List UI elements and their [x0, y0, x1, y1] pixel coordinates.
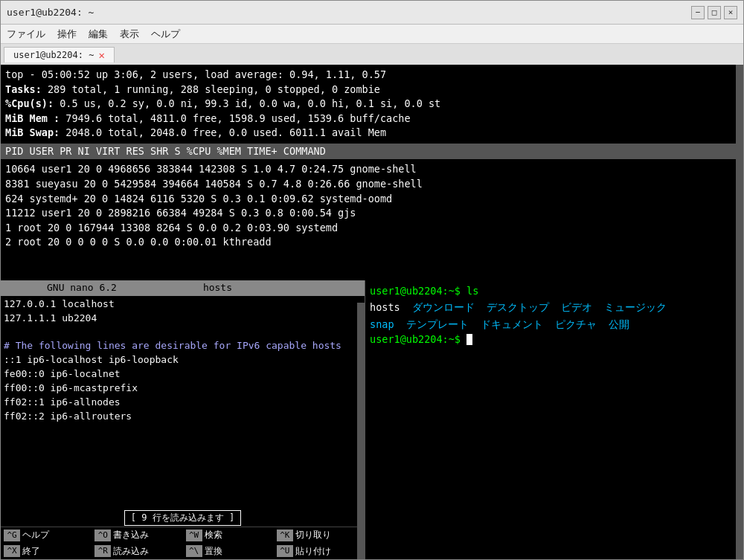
tab-close-button[interactable]: ✕	[98, 49, 104, 61]
top-line2: Tasks: 289 total, 1 running, 288 sleepin…	[5, 83, 739, 97]
nano-key-search: ^W 検索	[183, 527, 274, 543]
nano-status: [ 9 行を読み込みます ]	[1, 509, 365, 527]
top-pane: top - 05:00:52 up 3:06, 2 users, load av…	[1, 65, 743, 280]
nano-content: 127.0.0.1 localhost 127.1.1.1 ub2204 # T…	[1, 296, 365, 509]
nano-line-3: # The following lines are desirable for …	[4, 339, 362, 353]
nano-status-msg: [ 9 行を読み込みます ]	[124, 510, 241, 526]
nano-key-write: ^O 書き込み	[92, 527, 182, 543]
nano-footer: ^G ヘルプ ^O 書き込み ^W 検索 ^K 切り取り	[1, 527, 365, 559]
bash-pane: user1@ub2204:~$ ls hosts ダウンロード デスクトップ ビ…	[365, 280, 743, 559]
menu-operation[interactable]: 操作	[57, 28, 77, 41]
top-scrollbar[interactable]	[736, 65, 743, 280]
restore-button[interactable]: □	[708, 6, 721, 19]
top-row-2: 624 systemd+ 20 0 14824 6116 5320 S 0.3 …	[5, 192, 739, 207]
top-line4: MiB Mem : 7949.6 total, 4811.0 free, 159…	[5, 112, 739, 126]
outer-title: user1@ub2204: ~	[7, 7, 94, 18]
nano-line-1: 127.1.1.1 ub2204	[4, 312, 362, 326]
bash-dir-snap: snap	[370, 317, 394, 332]
nano-key-help: ^G ヘルプ	[1, 527, 92, 543]
bash-dir-templates: テンプレート	[406, 317, 469, 332]
bash-dir-music: ミュージック	[604, 300, 667, 315]
window-controls: − □ ×	[691, 6, 737, 19]
bash-ls-line1: hosts ダウンロード デスクトップ ビデオ ミュージック	[370, 300, 739, 315]
bash-dir-desktop: デスクトップ	[487, 300, 549, 315]
minimize-button[interactable]: −	[691, 6, 705, 19]
menu-bar: ファイル 操作 編集 表示 ヘルプ	[1, 25, 743, 44]
nano-title-left: GNU nano 6.2	[47, 281, 117, 295]
bash-dir-pictures: ピクチャ	[555, 317, 597, 332]
bash-cursor	[466, 334, 472, 345]
top-row-3: 11212 user1 20 0 2898216 66384 49284 S 0…	[5, 206, 739, 221]
nano-scrollbar[interactable]	[357, 303, 365, 559]
menu-file[interactable]: ファイル	[7, 28, 45, 41]
tab-label: user1@ub2204: ~	[13, 50, 94, 60]
nano-pane: GNU nano 6.2 hosts 127.0.0.1 localhost 1…	[1, 280, 365, 559]
nano-title-center: hosts	[203, 281, 232, 295]
bash-prompt-line1: user1@ub2204:~$ ls	[370, 283, 739, 298]
top-row-5: 2 root 20 0 0 0 0 S 0.0 0.0 0:00.01 kthr…	[5, 235, 739, 250]
top-row-4: 1 root 20 0 167944 13308 8264 S 0.0 0.2 …	[5, 221, 739, 236]
nano-key-read: ^R 読み込み	[92, 544, 182, 559]
bottom-pane: GNU nano 6.2 hosts 127.0.0.1 localhost 1…	[1, 280, 743, 559]
top-row-1: 8381 sueyasu 20 0 5429584 394664 140584 …	[5, 177, 739, 192]
nano-key-cut: ^K 切り取り	[274, 527, 365, 543]
nano-line-8: ff02::2 ip6-allrouters	[4, 410, 362, 424]
tab-bar: user1@ub2204: ~ ✕	[1, 44, 743, 65]
nano-line-6: ff00::0 ip6-mcastprefix	[4, 382, 362, 396]
bash-file-hosts: hosts	[370, 300, 400, 315]
bash-prompt-line2: user1@ub2204:~$	[370, 332, 739, 347]
menu-edit[interactable]: 編集	[89, 28, 108, 41]
close-button[interactable]: ×	[724, 6, 737, 19]
bash-dir-video: ビデオ	[561, 300, 592, 315]
bash-dir-download: ダウンロード	[412, 300, 475, 315]
outer-title-bar: user1@ub2204: ~ − □ ×	[1, 1, 743, 25]
main-window: user1@ub2204: ~ − □ × ファイル 操作 編集 表示 ヘルプ …	[0, 0, 744, 560]
nano-line-5: fe00::0 ip6-localnet	[4, 367, 362, 382]
terminal-content: top - 05:00:52 up 3:06, 2 users, load av…	[1, 65, 743, 559]
top-line5: MiB Swap: 2048.0 total, 2048.0 free, 0.0…	[5, 126, 739, 141]
tab-terminal[interactable]: user1@ub2204: ~ ✕	[4, 47, 115, 62]
top-line1: top - 05:00:52 up 3:06, 2 users, load av…	[5, 68, 739, 83]
nano-key-replace: ^\ 置換	[183, 544, 274, 559]
bash-dir-documents: ドキュメント	[481, 317, 543, 332]
top-line3: %Cpu(s): 0.5 us, 0.2 sy, 0.0 ni, 99.3 id…	[5, 97, 739, 112]
bash-dir-public: 公開	[609, 317, 629, 332]
menu-view[interactable]: 表示	[120, 28, 139, 41]
top-row-0: 10664 user1 20 0 4968656 383844 142308 S…	[5, 162, 739, 177]
nano-key-exit: ^X 終了	[1, 544, 92, 559]
nano-title-bar: GNU nano 6.2 hosts	[1, 280, 365, 296]
nano-key-paste: ^U 貼り付け	[274, 544, 365, 559]
bash-scrollbar[interactable]	[736, 280, 743, 559]
nano-line-4: ::1 ip6-localhost ip6-loopback	[4, 353, 362, 367]
menu-help[interactable]: ヘルプ	[151, 28, 180, 41]
bash-ls-line2: snap テンプレート ドキュメント ピクチャ 公開	[370, 317, 739, 332]
nano-line-7: ff02::1 ip6-allnodes	[4, 396, 362, 410]
nano-line-0: 127.0.0.1 localhost	[4, 297, 362, 312]
nano-line-2	[4, 326, 362, 340]
top-table-header: PID USER PR NI VIRT RES SHR S %CPU %MEM …	[1, 144, 743, 160]
